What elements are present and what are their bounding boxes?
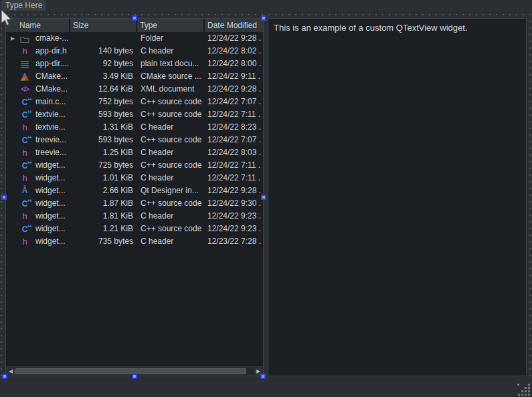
file-size: 593 bytes xyxy=(70,108,137,121)
file-size: 725 bytes xyxy=(70,159,137,172)
expand-caret-icon[interactable]: ▶ xyxy=(11,32,19,45)
tree-body: ▶ cmake-... Folder 12/24/22 9:28 . h app… xyxy=(6,32,263,366)
file-type: XML document xyxy=(137,83,205,96)
text-view-widget[interactable]: This is an example of a custom QTextView… xyxy=(268,18,527,376)
folder-icon xyxy=(19,33,30,43)
file-name: widget... xyxy=(35,210,66,223)
file-name: treevie... xyxy=(35,146,66,159)
file-date-modified: 12/24/22 9:23 . xyxy=(205,210,263,223)
file-type: C++ source code xyxy=(137,159,205,172)
file-name: textvie... xyxy=(35,108,66,121)
table-row[interactable]: C++ widget... 725 bytes C++ source code … xyxy=(6,159,263,172)
table-row[interactable]: h widget... 1.81 KiB C header 12/24/22 9… xyxy=(6,210,263,223)
column-header-type[interactable]: Type xyxy=(137,19,205,32)
file-date-modified: 12/24/22 7:07 . xyxy=(205,96,263,108)
file-type: C header xyxy=(137,210,205,223)
file-name: main.c... xyxy=(35,96,66,108)
file-size: 1.87 KiB xyxy=(70,197,137,210)
file-size: 1.01 KiB xyxy=(70,172,137,184)
selection-handle-top-left[interactable] xyxy=(3,15,8,21)
selection-handle-bottom-right[interactable] xyxy=(260,374,266,379)
file-tree-widget[interactable]: Name Size Type Date Modified ▶ cmake-...… xyxy=(5,18,264,376)
file-size: 12.64 KiB xyxy=(70,83,137,96)
resize-grip[interactable] xyxy=(517,384,531,396)
cpp-icon: C++ xyxy=(19,224,30,234)
file-name: widget... xyxy=(35,172,66,184)
file-type: Qt Designer in... xyxy=(137,184,205,197)
file-type: C header xyxy=(137,45,205,57)
table-row[interactable]: C++ widget... 1.21 KiB C++ source code 1… xyxy=(6,223,263,235)
file-date-modified: 12/23/22 7:28 . xyxy=(205,235,263,248)
selection-handle-middle-right[interactable] xyxy=(261,194,266,200)
file-type: C++ source code xyxy=(137,108,205,121)
file-size: 1.25 KiB xyxy=(70,146,137,159)
selection-handle-middle-left[interactable] xyxy=(1,194,7,200)
selection-handle-top-right[interactable] xyxy=(261,15,266,21)
cpp-icon: C++ xyxy=(19,198,30,209)
scrollbar-thumb[interactable] xyxy=(15,368,246,374)
table-row[interactable]: h widget... 735 bytes C header 12/23/22 … xyxy=(6,235,263,248)
column-header-date-modified[interactable]: Date Modified xyxy=(205,19,263,32)
table-row[interactable]: app-dir.... 92 bytes plain text docu... … xyxy=(6,57,263,70)
file-name: textvie... xyxy=(35,121,66,134)
file-type: C header xyxy=(137,146,205,159)
c-header-icon: h xyxy=(19,46,30,56)
file-date-modified: 12/24/22 8:23 . xyxy=(205,121,263,134)
file-date-modified: 12/24/22 9:30 . xyxy=(205,197,263,210)
selection-handle-top-middle[interactable] xyxy=(132,15,137,21)
table-row[interactable]: h textvie... 1.31 KiB C header 12/24/22 … xyxy=(6,121,263,134)
table-row[interactable]: h widget... 1.01 KiB C header 12/24/22 7… xyxy=(6,172,263,184)
table-row[interactable]: C++ treevie... 593 bytes C++ source code… xyxy=(6,134,263,146)
table-row[interactable]: C++ widget... 1.87 KiB C++ source code 1… xyxy=(6,197,263,210)
file-type: C++ source code xyxy=(137,197,205,210)
table-row[interactable]: Å widget... 2.66 KiB Qt Designer in... 1… xyxy=(6,184,263,197)
file-date-modified: 12/24/22 7:11 . xyxy=(205,159,263,172)
file-size: 735 bytes xyxy=(70,235,137,248)
file-type: CMake source ... xyxy=(137,70,205,83)
c-header-icon: h xyxy=(19,173,30,183)
table-row[interactable]: C++ textvie... 593 bytes C++ source code… xyxy=(6,108,263,121)
file-type: C header xyxy=(137,235,205,248)
text-view-content: This is an example of a custom QTextView… xyxy=(268,19,526,37)
cpp-icon: C++ xyxy=(19,97,30,107)
file-type: plain text docu... xyxy=(137,57,205,70)
selection-handle-bottom-left[interactable] xyxy=(2,374,7,379)
file-name: cmake-... xyxy=(35,32,68,45)
file-name: widget... xyxy=(35,223,66,235)
menubar-type-here[interactable]: Type Here xyxy=(1,0,46,11)
table-row[interactable]: h treevie... 1.25 KiB C header 12/24/22 … xyxy=(6,146,263,159)
file-name: widget... xyxy=(35,159,66,172)
selection-handle-bottom-middle[interactable] xyxy=(132,374,137,379)
file-date-modified: 12/24/22 8:03 . xyxy=(205,146,263,159)
table-row[interactable]: ▶ cmake-... Folder 12/24/22 9:28 . xyxy=(6,32,263,45)
c-header-icon: h xyxy=(19,211,30,221)
c-header-icon: h xyxy=(19,148,30,158)
file-size: 1.21 KiB xyxy=(70,223,137,235)
file-size: 752 bytes xyxy=(70,96,137,108)
file-name: CMake... xyxy=(35,70,68,83)
file-size: 3.49 KiB xyxy=(70,70,137,83)
tree-header: Name Size Type Date Modified xyxy=(6,19,263,32)
table-row[interactable]: h app-dir.h 140 bytes C header 12/24/22 … xyxy=(6,45,263,57)
column-header-size[interactable]: Size xyxy=(70,19,137,32)
cpp-icon: C++ xyxy=(19,160,30,170)
xml-icon: </> xyxy=(19,84,30,94)
column-header-name[interactable]: Name xyxy=(6,19,70,32)
file-size xyxy=(70,32,137,45)
cmake-icon xyxy=(19,72,30,82)
file-date-modified: 12/24/22 7:11 . xyxy=(205,172,263,184)
scroll-left-button[interactable]: ◀ xyxy=(7,368,15,375)
table-row[interactable]: </> CMake... 12.64 KiB XML document 12/2… xyxy=(6,83,263,96)
file-type: C++ source code xyxy=(137,223,205,235)
table-row[interactable]: CMake... 3.49 KiB CMake source ... 12/24… xyxy=(6,70,263,83)
table-row[interactable]: C++ main.c... 752 bytes C++ source code … xyxy=(6,96,263,108)
file-type: C header xyxy=(137,172,205,184)
qt-ui-icon: Å xyxy=(19,186,30,196)
file-name: treevie... xyxy=(35,134,66,146)
file-type: C++ source code xyxy=(137,134,205,146)
file-name: widget... xyxy=(35,235,66,248)
file-size: 593 bytes xyxy=(70,134,137,146)
file-name: app-dir.h xyxy=(35,45,67,57)
file-size: 140 bytes xyxy=(70,45,137,57)
text-doc-icon xyxy=(19,59,30,69)
